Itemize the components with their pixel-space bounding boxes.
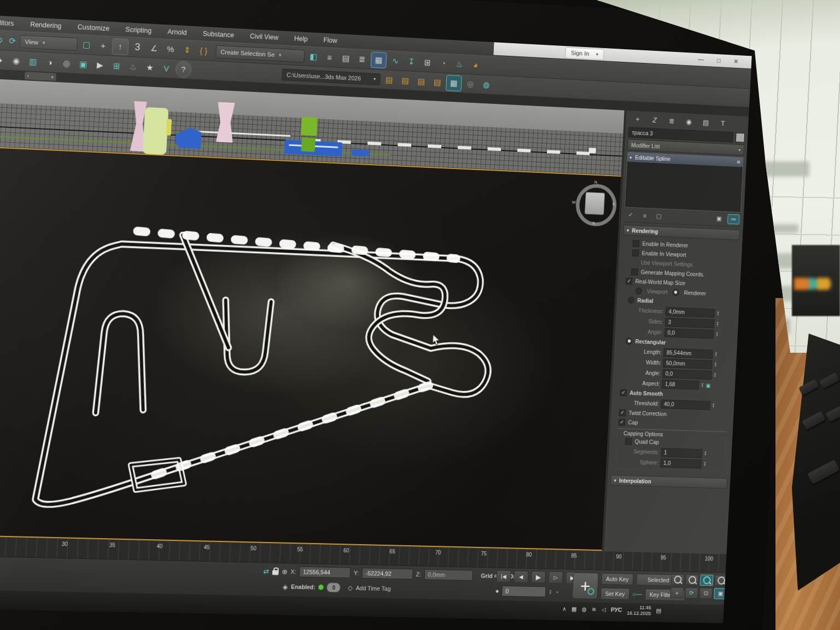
layer-explorer-icon[interactable]: ≣ — [354, 51, 370, 67]
viewport-radio[interactable] — [635, 287, 643, 294]
angle-spinner[interactable]: ▲▼ — [715, 331, 718, 337]
mirror-icon[interactable]: ◧ — [306, 49, 321, 65]
tray-battery-icon[interactable]: ◍ — [582, 605, 587, 612]
zoom-region-icon[interactable]: ⊡ — [699, 588, 713, 599]
frame-spinner[interactable]: ▲▼ — [549, 590, 552, 595]
folder-open-icon[interactable]: ▤ — [398, 73, 413, 89]
quad-cap-checkbox[interactable] — [625, 438, 632, 445]
menu-graph-editors[interactable]: Graph Editors — [0, 18, 15, 27]
isolate-toggle-icon[interactable]: ◈ — [282, 582, 288, 591]
menu-flow[interactable]: Flow — [322, 36, 339, 44]
time-configuration-icon[interactable]: ◔ — [555, 588, 559, 596]
render-frame-icon[interactable]: ▣ — [75, 56, 91, 72]
select-link-icon[interactable]: ▢ — [79, 37, 95, 52]
save-file-icon[interactable]: ▦ — [446, 74, 462, 91]
grid-window-icon[interactable]: ⊞ — [420, 55, 435, 71]
menu-customize[interactable]: Customize — [77, 23, 111, 32]
star-icon[interactable]: ★ — [142, 60, 158, 75]
angle-field[interactable]: 0,0 — [664, 328, 714, 339]
render-teapot-icon[interactable]: ♨ — [452, 56, 467, 72]
tray-volume-icon[interactable]: ◁ — [602, 606, 606, 613]
v-icon[interactable]: V — [159, 60, 174, 76]
close-button[interactable]: ✕ — [733, 57, 739, 65]
menu-arnold[interactable]: Arnold — [166, 28, 188, 37]
generate-mapping-checkbox[interactable] — [631, 268, 638, 275]
modify-tab-icon[interactable]: Z — [647, 114, 663, 126]
auto-key-button[interactable]: Auto Key — [601, 573, 633, 585]
y-coordinate-field[interactable]: -52224,92 — [361, 568, 413, 580]
folder-link-icon[interactable]: ▤ — [430, 74, 445, 90]
menu-civil-view[interactable]: Civil View — [249, 32, 280, 42]
z-coordinate-field[interactable]: 0,0mm — [424, 569, 473, 581]
add-time-tag[interactable]: Add Time Tag — [355, 585, 390, 592]
sign-in-dropdown[interactable]: Sign In ▾ — [565, 47, 604, 60]
select-object-icon[interactable]: ↑ — [112, 38, 129, 55]
select-move-icon[interactable]: + — [95, 38, 111, 54]
thickness-field[interactable]: 4,0mm — [666, 307, 715, 318]
pan-icon[interactable]: + — [670, 587, 684, 599]
material-editor-icon[interactable]: ◑ — [42, 54, 58, 70]
tray-network-icon[interactable]: ≋ — [592, 606, 597, 613]
menu-rendering[interactable]: Rendering — [29, 21, 63, 30]
folder-save-icon[interactable]: ▤ — [413, 73, 429, 89]
layers-stack-icon[interactable]: ▥ — [25, 54, 41, 69]
timer-icon[interactable]: ◎ — [463, 76, 478, 92]
enable-viewport-checkbox[interactable] — [632, 249, 639, 256]
absolute-mode-icon[interactable]: ⊕ — [282, 567, 288, 575]
segments-field[interactable]: 1 — [661, 448, 702, 458]
enabled-indicator[interactable] — [318, 585, 324, 590]
project-path-field[interactable]: C:\Users\use...3ds Max 2026 ▾ — [282, 68, 381, 85]
previous-frame-button[interactable]: ◀ — [514, 570, 528, 583]
zoom-extents-all-icon[interactable] — [714, 575, 728, 586]
stack-row-icon[interactable]: ≋ — [737, 160, 740, 165]
angle2-field[interactable]: 0,0 — [662, 369, 712, 379]
utilities-tab-icon[interactable]: T — [715, 118, 731, 129]
isolate-count-button[interactable]: 0 — [326, 582, 341, 592]
set-keys-button[interactable]: + — [572, 573, 599, 599]
viewcube-south[interactable]: S — [592, 221, 595, 226]
view-dropdown[interactable]: View ▾ — [20, 34, 78, 50]
orbit-tool-icon[interactable]: ◍ — [479, 77, 494, 92]
notifications-icon[interactable]: ▤ — [656, 607, 661, 614]
taskbar-clock[interactable]: 11:45 16.12.2025 — [627, 604, 651, 616]
main-viewport[interactable]: N E S W — [0, 147, 621, 551]
expand-arrow-icon[interactable]: ▸ — [630, 155, 632, 160]
length-spinner[interactable]: ▲▼ — [715, 352, 718, 357]
pin-stack-icon[interactable]: ✓ — [625, 210, 637, 219]
align-icon[interactable]: ≡ — [322, 49, 337, 65]
zoom-extents-icon[interactable] — [700, 575, 714, 586]
renderer-radio[interactable] — [672, 289, 679, 296]
minimize-button[interactable]: — — [698, 56, 704, 63]
hierarchy-tab-icon[interactable]: ≣ — [664, 115, 680, 126]
rectangular-radio[interactable] — [626, 337, 633, 345]
render-setup-hand-icon[interactable]: ◔ — [436, 55, 451, 71]
teapot-icon[interactable]: ♨ — [125, 59, 141, 74]
threshold-field[interactable]: 40,0 — [661, 399, 710, 410]
viewcube-west[interactable]: W — [572, 200, 576, 205]
quad-view-icon[interactable]: ⊞ — [109, 58, 125, 74]
x-coordinate-field[interactable]: 12556,544 — [299, 567, 351, 579]
zoom-icon[interactable] — [671, 574, 685, 585]
folder-new-icon[interactable]: ▤ — [382, 72, 397, 88]
show-end-result-icon[interactable]: ≡ — [639, 211, 651, 220]
remove-modifier-icon[interactable]: ▣ — [713, 214, 725, 223]
next-frame-button[interactable]: ▷ — [549, 571, 563, 584]
cap-checkbox[interactable]: ✓ — [619, 418, 626, 425]
go-to-start-button[interactable]: |◀ — [496, 570, 511, 583]
tree-icon[interactable]: ♣ — [0, 52, 8, 68]
real-world-checkbox[interactable]: ✓ — [626, 277, 633, 284]
play-button[interactable]: ▶ — [531, 571, 546, 584]
angle2-spinner[interactable]: ▲▼ — [714, 372, 716, 378]
interpolation-rollout-header[interactable]: ▾ Interpolation — [610, 475, 727, 489]
sides-spinner[interactable]: ▲▼ — [716, 321, 719, 326]
threshold-spinner[interactable]: ▲▼ — [712, 402, 715, 408]
tray-expand-icon[interactable]: ∧ — [562, 605, 567, 612]
green-block-object[interactable] — [301, 117, 318, 136]
white-handle[interactable] — [588, 148, 596, 153]
zoom-all-icon[interactable] — [685, 574, 699, 586]
mxs-braces-icon[interactable]: { } — [196, 43, 212, 59]
viewcube[interactable]: N E S W — [572, 180, 618, 227]
segments-spinner[interactable]: ▲▼ — [704, 451, 707, 456]
modifier-stack[interactable]: ▸ Editable Spline ≋ — [625, 151, 744, 212]
length-field[interactable]: 85,544mm — [663, 348, 713, 358]
